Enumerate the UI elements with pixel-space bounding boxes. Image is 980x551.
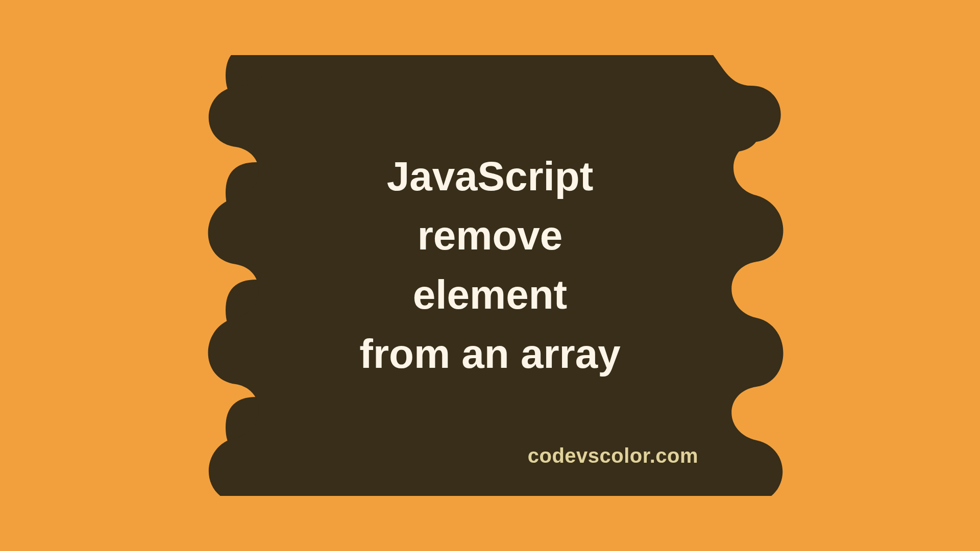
site-credit: codevscolor.com: [528, 444, 698, 467]
banner-card: JavaScript remove element from an array …: [98, 55, 882, 496]
blob-shape: [98, 55, 882, 496]
